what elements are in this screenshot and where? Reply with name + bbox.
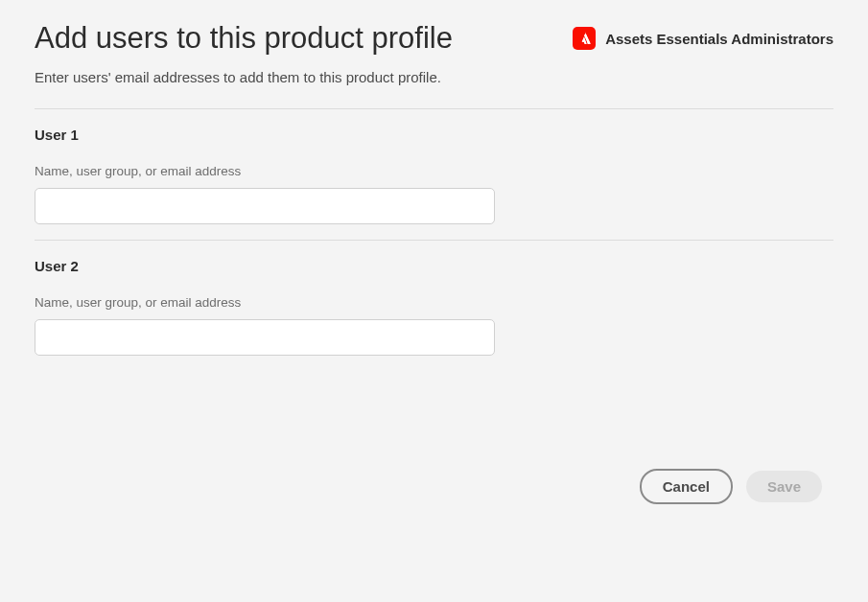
page-title: Add users to this product profile (35, 21, 453, 56)
product-badge: Assets Essentials Administrators (573, 27, 833, 50)
dialog-actions: Cancel Save (640, 469, 822, 504)
user-input-1[interactable] (35, 188, 495, 224)
field-label: Name, user group, or email address (35, 295, 833, 310)
save-button[interactable]: Save (746, 471, 822, 502)
dialog-subtitle: Enter users' email addresses to add them… (35, 69, 833, 85)
adobe-icon (573, 27, 596, 50)
product-name: Assets Essentials Administrators (605, 31, 833, 47)
user-section-title: User 2 (35, 258, 833, 274)
cancel-button[interactable]: Cancel (640, 469, 733, 504)
divider (35, 108, 833, 109)
user-block-2: User 2 Name, user group, or email addres… (35, 258, 833, 356)
dialog-header: Add users to this product profile Assets… (35, 21, 833, 69)
user-input-2[interactable] (35, 319, 495, 356)
field-label: Name, user group, or email address (35, 164, 833, 178)
divider (35, 240, 833, 241)
adobe-logo-icon (576, 31, 592, 46)
user-section-title: User 1 (35, 127, 833, 143)
user-block-1: User 1 Name, user group, or email addres… (35, 127, 833, 224)
